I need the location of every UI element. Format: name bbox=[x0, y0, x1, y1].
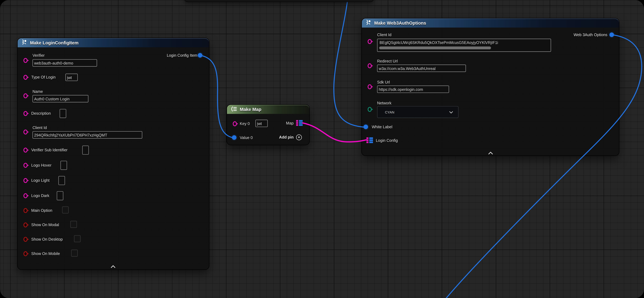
offscreen-node-partial[interactable] bbox=[184, 0, 374, 2]
wire-offscreen-to-white-label[interactable] bbox=[334, 0, 364, 127]
wire-login-config-item-to-value0[interactable] bbox=[201, 56, 233, 138]
blueprint-editor: Make LoginConfigItem Verifier Type Of Lo… bbox=[0, 0, 644, 298]
wire-web3auth-options-output[interactable] bbox=[444, 35, 642, 298]
blueprint-canvas[interactable]: Make LoginConfigItem Verifier Type Of Lo… bbox=[0, 0, 644, 298]
